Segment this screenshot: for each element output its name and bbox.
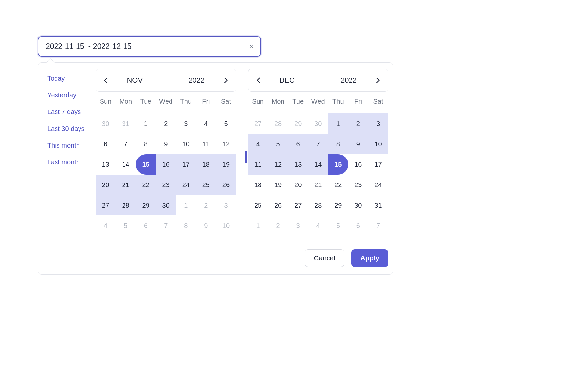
day-cell[interactable]: 4	[196, 113, 216, 134]
chevron-right-icon[interactable]	[221, 76, 230, 85]
year-label[interactable]: 2022	[189, 76, 205, 85]
day-cell[interactable]: 26	[216, 175, 236, 195]
day-cell[interactable]: 24	[176, 175, 196, 195]
day-cell[interactable]: 20	[96, 175, 116, 195]
chevron-left-icon[interactable]	[254, 76, 263, 85]
apply-button[interactable]: Apply	[351, 249, 388, 267]
day-cell[interactable]: 8	[176, 215, 196, 236]
day-cell[interactable]: 2	[268, 215, 288, 236]
day-cell[interactable]: 23	[156, 175, 176, 195]
day-cell[interactable]: 28	[308, 195, 328, 215]
day-cell[interactable]: 11	[196, 134, 216, 154]
day-cell[interactable]: 1	[136, 113, 156, 134]
day-cell[interactable]: 5	[328, 215, 348, 236]
day-cell[interactable]: 19	[216, 154, 236, 175]
day-cell[interactable]: 22	[328, 175, 348, 195]
day-cell[interactable]: 25	[248, 195, 268, 215]
day-cell[interactable]: 30	[156, 195, 176, 215]
cancel-button[interactable]: Cancel	[305, 249, 344, 267]
day-cell[interactable]: 16	[348, 154, 368, 175]
day-cell[interactable]: 4	[248, 134, 268, 154]
day-cell[interactable]: 15	[136, 154, 156, 175]
preset-option[interactable]: Yesterday	[47, 91, 90, 99]
day-cell[interactable]: 6	[348, 215, 368, 236]
day-cell[interactable]: 21	[308, 175, 328, 195]
day-cell[interactable]: 3	[176, 113, 196, 134]
day-cell[interactable]: 10	[216, 215, 236, 236]
day-cell[interactable]: 14	[308, 154, 328, 175]
day-cell[interactable]: 7	[116, 134, 136, 154]
month-label[interactable]: NOV	[127, 76, 143, 85]
day-cell[interactable]: 16	[156, 154, 176, 175]
day-cell[interactable]: 8	[136, 134, 156, 154]
day-cell[interactable]: 30	[348, 195, 368, 215]
day-cell[interactable]: 13	[288, 154, 308, 175]
day-cell[interactable]: 18	[248, 175, 268, 195]
day-cell[interactable]: 27	[288, 195, 308, 215]
day-cell[interactable]: 12	[216, 134, 236, 154]
preset-option[interactable]: This month	[47, 142, 90, 149]
day-cell[interactable]: 22	[136, 175, 156, 195]
date-range-input[interactable]	[38, 36, 261, 57]
preset-option[interactable]: Last month	[47, 159, 90, 166]
day-cell[interactable]: 30	[308, 113, 328, 134]
day-cell[interactable]: 24	[368, 175, 388, 195]
day-cell[interactable]: 11	[248, 154, 268, 175]
day-cell[interactable]: 30	[96, 113, 116, 134]
day-cell[interactable]: 7	[156, 215, 176, 236]
day-cell[interactable]: 6	[96, 134, 116, 154]
preset-option[interactable]: Last 7 days	[47, 108, 90, 116]
day-cell[interactable]: 6	[136, 215, 156, 236]
day-cell[interactable]: 3	[368, 113, 388, 134]
day-cell[interactable]: 23	[348, 175, 368, 195]
day-cell[interactable]: 3	[288, 215, 308, 236]
day-cell[interactable]: 6	[288, 134, 308, 154]
day-cell[interactable]: 5	[268, 134, 288, 154]
day-cell[interactable]: 3	[216, 195, 236, 215]
day-cell[interactable]: 5	[216, 113, 236, 134]
day-cell[interactable]: 9	[156, 134, 176, 154]
day-cell[interactable]: 7	[308, 134, 328, 154]
day-cell[interactable]: 2	[156, 113, 176, 134]
year-label[interactable]: 2022	[341, 76, 357, 85]
preset-option[interactable]: Today	[47, 75, 90, 82]
day-cell[interactable]: 1	[328, 113, 348, 134]
day-cell[interactable]: 26	[268, 195, 288, 215]
day-cell[interactable]: 28	[116, 195, 136, 215]
day-cell[interactable]: 18	[196, 154, 216, 175]
day-cell[interactable]: 29	[328, 195, 348, 215]
day-cell[interactable]: 1	[176, 195, 196, 215]
close-icon[interactable]	[248, 43, 255, 50]
day-cell[interactable]: 25	[196, 175, 216, 195]
day-cell[interactable]: 10	[368, 134, 388, 154]
day-cell[interactable]: 13	[96, 154, 116, 175]
day-cell[interactable]: 17	[176, 154, 196, 175]
day-cell[interactable]: 27	[248, 113, 268, 134]
chevron-left-icon[interactable]	[102, 76, 110, 85]
day-cell[interactable]: 14	[116, 154, 136, 175]
day-cell[interactable]: 15	[328, 154, 348, 175]
day-cell[interactable]: 9	[196, 215, 216, 236]
day-cell[interactable]: 29	[136, 195, 156, 215]
day-cell[interactable]: 21	[116, 175, 136, 195]
day-cell[interactable]: 28	[268, 113, 288, 134]
day-cell[interactable]: 5	[116, 215, 136, 236]
chevron-right-icon[interactable]	[373, 76, 382, 85]
day-cell[interactable]: 1	[248, 215, 268, 236]
day-cell[interactable]: 31	[116, 113, 136, 134]
day-cell[interactable]: 4	[96, 215, 116, 236]
day-cell[interactable]: 19	[268, 175, 288, 195]
day-cell[interactable]: 8	[328, 134, 348, 154]
month-label[interactable]: DEC	[280, 76, 295, 85]
day-cell[interactable]: 2	[196, 195, 216, 215]
day-cell[interactable]: 17	[368, 154, 388, 175]
day-cell[interactable]: 27	[96, 195, 116, 215]
day-cell[interactable]: 20	[288, 175, 308, 195]
day-cell[interactable]: 10	[176, 134, 196, 154]
day-cell[interactable]: 12	[268, 154, 288, 175]
day-cell[interactable]: 2	[348, 113, 368, 134]
day-cell[interactable]: 31	[368, 195, 388, 215]
preset-option[interactable]: Last 30 days	[47, 125, 90, 133]
day-cell[interactable]: 9	[348, 134, 368, 154]
day-cell[interactable]: 7	[368, 215, 388, 236]
